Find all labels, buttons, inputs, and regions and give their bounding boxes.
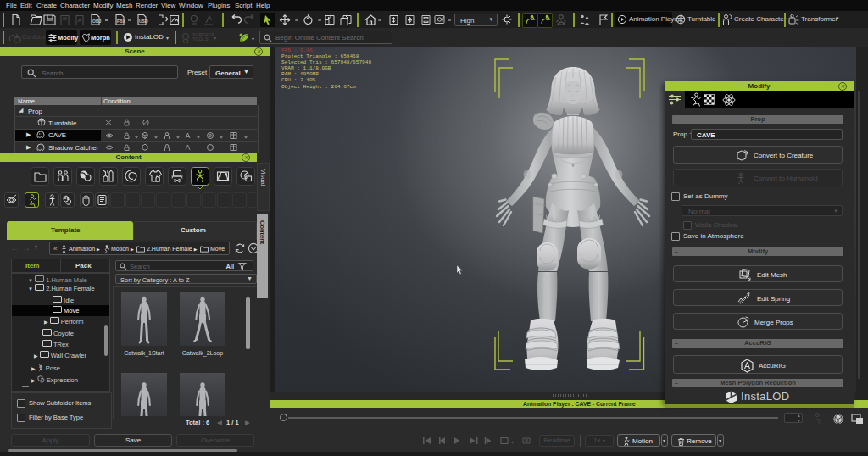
svg-text:USD: USD [139, 19, 148, 24]
svg-text:FBX: FBX [117, 19, 126, 24]
svg-text:OBJ: OBJ [92, 19, 102, 24]
